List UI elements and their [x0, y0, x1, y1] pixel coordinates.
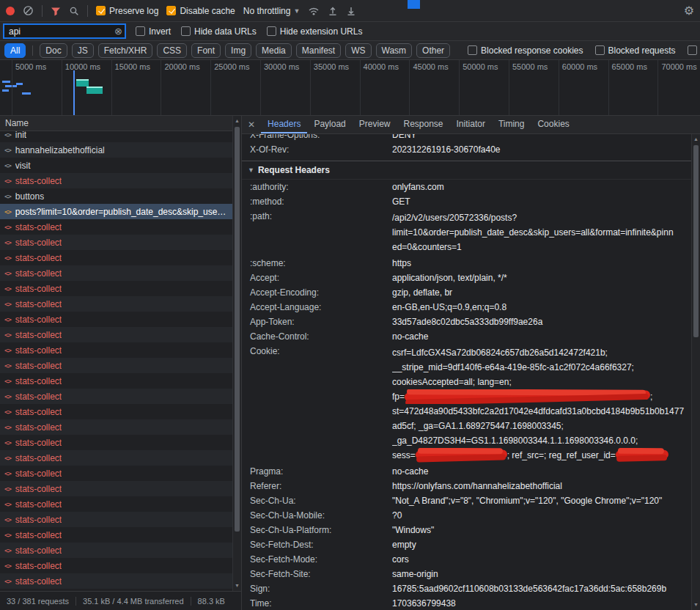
filter-chip-manifest[interactable]: Manifest	[296, 43, 341, 58]
header-name: Sec-Fetch-Site:	[250, 568, 392, 580]
import-har-icon[interactable]	[328, 6, 338, 16]
throttling-dropdown[interactable]: No throttling ▼	[243, 6, 301, 16]
filter-input-wrap: ⊗	[4, 24, 125, 38]
script-file-icon: <>	[4, 316, 11, 323]
overview-timeline[interactable]: 5000 ms10000 ms15000 ms20000 ms25000 ms3…	[0, 60, 700, 116]
filter-chip-css[interactable]: CSS	[157, 43, 187, 58]
tab-preview[interactable]: Preview	[353, 116, 397, 133]
tab-cookies[interactable]: Cookies	[531, 116, 575, 133]
request-row[interactable]: <>stats-collect	[0, 419, 232, 435]
request-row[interactable]: <>posts?limit=10&order=publish_date_desc…	[0, 204, 232, 219]
header-row: :method:GET	[242, 194, 691, 209]
request-headers-section[interactable]: ▼ Request Headers	[242, 161, 691, 180]
settings-gear-icon[interactable]: ⚙	[684, 5, 694, 17]
request-row[interactable]: <>stats-collect	[0, 235, 232, 250]
request-row[interactable]: <>visit	[0, 158, 232, 173]
record-network-log-icon[interactable]	[6, 7, 15, 15]
request-name: stats-collect	[15, 284, 62, 294]
request-row[interactable]: <>stats-collect	[0, 296, 232, 312]
request-row[interactable]: <>buttons	[0, 188, 232, 204]
request-row[interactable]: <>stats-collect	[0, 173, 232, 188]
hide-extension-urls-checkbox[interactable]: Hide extension URLs	[267, 26, 363, 37]
filter-checkbox-blocked-requests[interactable]: Blocked requests	[595, 45, 676, 56]
request-row[interactable]: <>stats-collect	[0, 281, 232, 296]
request-row[interactable]: <>stats-collect	[0, 435, 232, 450]
export-har-icon[interactable]	[346, 6, 356, 16]
name-column-header[interactable]: Name	[0, 116, 232, 131]
timeline-gridline	[360, 60, 361, 115]
clear-network-log-icon[interactable]	[23, 5, 34, 16]
clipped-header-rows: X-Frame-Options:DENYX-Of-Rev:20231226191…	[242, 134, 691, 157]
request-row[interactable]: <>stats-collect	[0, 543, 232, 558]
search-icon[interactable]	[69, 6, 79, 16]
request-row[interactable]: <>stats-collect	[0, 358, 232, 373]
header-value: no-cache	[392, 466, 687, 477]
request-row[interactable]: <>stats-collect	[0, 312, 232, 327]
request-row[interactable]: <>stats-collect	[0, 327, 232, 342]
filter-checkbox-3rd-party-requests[interactable]: 3rd-party requests	[688, 45, 700, 56]
filter-checkbox-blocked-response-cookies[interactable]: Blocked response cookies	[468, 45, 583, 56]
tab-headers[interactable]: Headers	[261, 116, 307, 133]
filter-chip-media[interactable]: Media	[256, 43, 292, 58]
request-row[interactable]: <>stats-collect	[0, 481, 232, 496]
request-row[interactable]: <>stats-collect	[0, 558, 232, 573]
filter-chip-doc[interactable]: Doc	[40, 43, 67, 58]
request-row[interactable]: <>stats-collect	[0, 496, 232, 512]
request-list-scrollbar[interactable]: ▲ ▼	[232, 116, 241, 591]
filter-chip-all[interactable]: All	[4, 43, 26, 58]
request-row[interactable]: <>stats-collect	[0, 573, 232, 589]
invert-checkbox[interactable]: Invert	[136, 26, 171, 37]
timeline-gridline	[260, 60, 261, 115]
header-value-line: st=472d48a90d5433bfc2a2d17042e4dfdcafd31…	[392, 404, 687, 419]
scroll-up-icon[interactable]: ▲	[692, 135, 700, 144]
script-file-icon: <>	[4, 439, 11, 447]
request-row[interactable]: <>stats-collect	[0, 342, 232, 358]
scrollbar-thumb[interactable]	[693, 145, 699, 337]
request-name: stats-collect	[15, 530, 62, 540]
request-row[interactable]: <>stats-collect	[0, 527, 232, 543]
request-row[interactable]: <>stats-collect	[0, 219, 232, 235]
filter-icon[interactable]	[51, 6, 61, 16]
request-row[interactable]: <>stats-collect	[0, 404, 232, 419]
request-name: stats-collect	[15, 545, 62, 556]
request-row[interactable]: <>stats-collect	[0, 265, 232, 281]
close-details-icon[interactable]: ✕	[246, 120, 261, 130]
request-name: visit	[15, 161, 31, 171]
tab-initiator[interactable]: Initiator	[450, 116, 492, 133]
scrollbar-thumb[interactable]	[235, 127, 240, 532]
tab-response[interactable]: Response	[397, 116, 449, 133]
scroll-down-icon[interactable]: ▼	[233, 581, 241, 590]
filter-input[interactable]	[4, 24, 125, 38]
request-row[interactable]: <>stats-collect	[0, 389, 232, 404]
timeline-label: 35000 ms	[314, 62, 349, 71]
request-row[interactable]: <>stats-collect	[0, 512, 232, 527]
filter-chip-ws[interactable]: WS	[345, 43, 371, 58]
filter-chip-other[interactable]: Other	[416, 43, 450, 58]
request-row[interactable]: <>stats-collect	[0, 450, 232, 466]
filter-chip-img[interactable]: Img	[225, 43, 251, 58]
network-filter-bar: ⊗ Invert Hide data URLs Hide extension U…	[0, 22, 700, 41]
scroll-up-icon[interactable]: ▲	[233, 117, 241, 125]
filter-chip-fetch-xhr[interactable]: Fetch/XHR	[98, 43, 153, 58]
scroll-down-icon[interactable]: ▼	[692, 600, 700, 609]
filter-chip-font[interactable]: Font	[191, 43, 221, 58]
request-row[interactable]: <>stats-collect	[0, 373, 232, 389]
timeline-label: 10000 ms	[65, 62, 100, 71]
tab-timing[interactable]: Timing	[492, 116, 531, 133]
clear-filter-icon[interactable]: ⊗	[114, 26, 122, 37]
request-row[interactable]: <>stats-collect	[0, 466, 232, 481]
hide-data-urls-checkbox[interactable]: Hide data URLs	[181, 26, 257, 37]
request-row[interactable]: <>init	[0, 131, 232, 142]
request-row[interactable]: <>hannahelizabethofficial	[0, 142, 232, 158]
filter-chip-js[interactable]: JS	[72, 43, 94, 58]
network-conditions-icon[interactable]	[308, 6, 320, 16]
filter-chip-wasm[interactable]: Wasm	[376, 43, 413, 58]
request-row[interactable]: <>stats-collect	[0, 250, 232, 265]
tab-payload[interactable]: Payload	[307, 116, 352, 133]
header-value: no-cache	[392, 331, 687, 342]
timeline-label: 5000 ms	[15, 62, 46, 71]
disable-cache-checkbox[interactable]: Disable cache	[166, 6, 235, 16]
details-scrollbar[interactable]: ▲ ▼	[691, 134, 700, 610]
script-file-icon: <>	[4, 424, 11, 431]
preserve-log-checkbox[interactable]: Preserve log	[96, 6, 158, 16]
